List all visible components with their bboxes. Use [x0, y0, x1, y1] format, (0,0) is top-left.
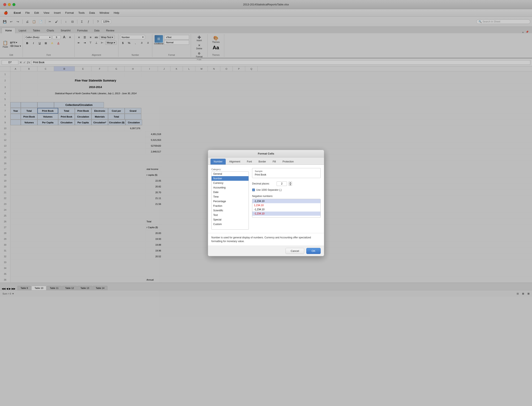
- dialog-tabs: Number Alignment Font Border Fill Protec…: [208, 158, 324, 165]
- category-section: Category: General Number Currency Accoun…: [211, 168, 249, 230]
- dialog-tab-font[interactable]: Font: [244, 159, 255, 165]
- negative-label: Negative numbers:: [252, 195, 321, 198]
- category-percentage[interactable]: Percentage: [212, 199, 248, 204]
- category-currency[interactable]: Currency: [212, 181, 248, 185]
- category-scientific[interactable]: Scientific: [212, 208, 248, 213]
- category-custom[interactable]: Custom: [212, 222, 248, 226]
- neg-option-3[interactable]: -1,234.10: [252, 207, 320, 211]
- decimal-increment-button[interactable]: ▲: [289, 181, 292, 184]
- decimal-decrement-button[interactable]: ▼: [289, 184, 292, 186]
- dialog-tab-alignment[interactable]: Alignment: [226, 159, 243, 165]
- category-general[interactable]: General: [212, 172, 248, 176]
- negative-list[interactable]: -1,234.10 1,234.10 -1,234.10 -1,234.10: [252, 199, 321, 218]
- options-section: Sample Print Book Decimal places: ▲ ▼ ✓ …: [252, 168, 321, 230]
- sample-label: Sample: [255, 170, 318, 172]
- dialog-footer: Cancel OK: [208, 246, 324, 256]
- description-text: Number is used for general display of nu…: [208, 233, 324, 246]
- category-special[interactable]: Special: [212, 217, 248, 222]
- neg-option-2[interactable]: 1,234.10: [252, 203, 320, 207]
- neg-option-1[interactable]: -1,234.10: [252, 199, 320, 203]
- sample-value: Print Book: [255, 173, 318, 176]
- dialog-tab-number[interactable]: Number: [211, 159, 226, 165]
- decimal-places-row: Decimal places: ▲ ▼: [252, 181, 321, 186]
- decimal-label: Decimal places:: [252, 182, 275, 185]
- category-date[interactable]: Date: [212, 190, 248, 195]
- ok-button[interactable]: OK: [306, 248, 321, 254]
- dialog-tab-protection[interactable]: Protection: [279, 159, 297, 165]
- dialog-tab-border[interactable]: Border: [255, 159, 269, 165]
- dialog-tab-fill[interactable]: Fill: [270, 159, 279, 165]
- dialog-title: Format Cells: [208, 150, 324, 158]
- decimal-input[interactable]: [277, 181, 287, 186]
- negative-numbers-section: Negative numbers: -1,234.10 1,234.10 -1,…: [252, 195, 321, 218]
- cancel-button[interactable]: Cancel: [285, 248, 304, 254]
- category-number[interactable]: Number: [212, 176, 248, 181]
- modal-overlay[interactable]: Format Cells Number Alignment Font Borde…: [0, 0, 532, 406]
- category-time[interactable]: Time: [212, 195, 248, 199]
- dialog-main-content: Category: General Number Currency Accoun…: [208, 165, 324, 233]
- separator-label: Use 1000 Separator (,): [256, 188, 282, 191]
- category-list[interactable]: General Number Currency Accounting Date …: [211, 171, 249, 230]
- category-text[interactable]: Text: [212, 213, 248, 217]
- neg-option-4[interactable]: -1,234.10: [252, 211, 320, 216]
- sample-box: Sample Print Book: [252, 168, 321, 178]
- category-accounting[interactable]: Accounting: [212, 185, 248, 190]
- separator-checkbox-row: ✓ Use 1000 Separator (,): [252, 188, 321, 191]
- category-label: Category:: [211, 168, 249, 171]
- format-cells-dialog: Format Cells Number Alignment Font Borde…: [208, 150, 324, 256]
- decimal-spinner[interactable]: ▲ ▼: [289, 181, 292, 186]
- separator-checkbox[interactable]: ✓: [252, 188, 255, 191]
- category-fraction[interactable]: Fraction: [212, 204, 248, 208]
